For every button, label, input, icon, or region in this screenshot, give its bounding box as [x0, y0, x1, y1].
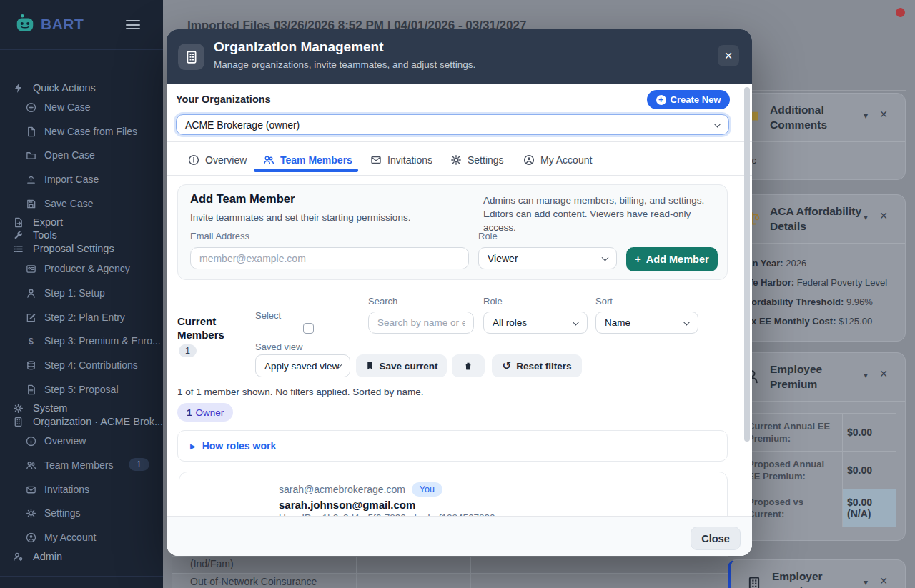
file-icon: [26, 126, 37, 137]
close-panel-icon[interactable]: ✕: [879, 575, 888, 587]
select-all-checkbox[interactable]: [303, 323, 314, 334]
close-panel-icon[interactable]: ✕: [879, 210, 888, 221]
background-plan-table: (Ind/Fam) Out-of-Network Coinsurance: [172, 556, 728, 588]
wrench-icon: [13, 229, 24, 241]
sidebar-item-admin[interactable]: Admin: [0, 549, 163, 564]
sidebar-item-import-case[interactable]: Import Case: [0, 171, 163, 187]
current-members-count-badge: 1: [179, 344, 197, 357]
export-icon: [13, 216, 24, 228]
how-roles-work-disclosure[interactable]: ▶ How roles work: [177, 430, 728, 462]
aca-field: Safe Harbor: Federal Poverty Level: [728, 273, 905, 292]
tab-team-members[interactable]: Team Members: [263, 151, 352, 169]
tab-invitations[interactable]: Invitations: [370, 151, 432, 169]
dialog-scrollbar[interactable]: [744, 86, 750, 514]
members-filter-summary: 1 of 1 member shown. No filters applied.…: [177, 387, 423, 397]
member-search-input[interactable]: [368, 312, 474, 334]
add-member-button[interactable]: + Add Member: [626, 247, 718, 271]
apply-saved-view-select[interactable]: Apply saved view: [255, 354, 350, 377]
roles-help-text: Admins can manage members, billing, and …: [483, 194, 722, 234]
save-current-button[interactable]: Save current: [356, 354, 447, 377]
plus-circle-icon: +: [656, 95, 666, 105]
member-email-input[interactable]: [190, 247, 469, 269]
table-row: Current Annual EE Premium: $0.00: [738, 414, 896, 452]
sidebar-item-save-case[interactable]: Save Case: [0, 196, 163, 211]
envelope-icon: [26, 484, 37, 495]
active-tab-indicator: [254, 169, 358, 172]
table-row-label: Out-of-Network Coinsurance: [190, 576, 317, 587]
panel-title: Employee Premium: [770, 362, 866, 392]
tab-overview[interactable]: Overview: [188, 151, 247, 169]
trash-icon: [463, 361, 473, 372]
application-window: BART Quick Actions New Case New Case fro…: [0, 0, 915, 588]
rail-divider: [728, 46, 906, 46]
tab-settings[interactable]: Settings: [450, 151, 504, 169]
sidebar-item-step-3-premium-enrollment[interactable]: Step 3: Premium & Enro...: [0, 333, 163, 349]
member-org-email: sarah@acmebrokerage.com: [279, 484, 405, 495]
lightning-icon: [13, 82, 24, 94]
collapse-panel-icon[interactable]: ▾: [864, 370, 868, 380]
sidebar-item-overview[interactable]: Overview: [0, 433, 163, 449]
plus-icon: +: [635, 254, 640, 265]
sidebar-item-open-case[interactable]: Open Case: [0, 147, 163, 163]
collapse-panel-icon[interactable]: ▾: [864, 577, 868, 587]
panel-title: Employer Premium: [772, 569, 868, 588]
edit-icon: [26, 312, 37, 323]
aca-field: Max EE Monthly Cost: $125.00: [728, 312, 905, 331]
delete-saved-view-button[interactable]: [452, 354, 485, 377]
sidebar-item-new-case-from-files[interactable]: New Case from Files: [0, 124, 163, 139]
scrollbar-thumb[interactable]: [744, 87, 750, 442]
organization-management-dialog: Organization Management Manage organizat…: [167, 29, 752, 556]
building-icon: [746, 576, 762, 588]
saved-view-label: Saved view: [255, 342, 302, 352]
sidebar-item-new-case[interactable]: New Case: [0, 99, 163, 115]
add-team-member-subtitle: Invite teammates and set their starting …: [190, 212, 410, 223]
sidebar-item-invitations[interactable]: Invitations: [0, 482, 163, 497]
close-button[interactable]: Close: [691, 527, 741, 550]
sidebar: BART Quick Actions New Case New Case fro…: [0, 0, 163, 588]
collapse-panel-icon[interactable]: ▾: [864, 212, 868, 222]
person-circle-icon: [26, 532, 37, 543]
floppy-disk-icon: [26, 198, 37, 209]
sidebar-item-step-5-proposal[interactable]: Step 5: Proposal: [0, 382, 163, 397]
folder-icon: [26, 149, 37, 161]
dialog-footer: Close: [167, 516, 752, 556]
table-row: Proposed vs Current: $0.00 (N/A): [738, 489, 896, 527]
envelope-icon: [370, 154, 382, 166]
sidebar-item-step-4-contributions[interactable]: Step 4: Contributions: [0, 357, 163, 373]
sidebar-item-my-account[interactable]: My Account: [0, 529, 163, 545]
close-panel-icon[interactable]: ✕: [879, 109, 888, 120]
table-row: Proposed Annual EE Premium: $0.00: [738, 452, 896, 489]
chevron-down-icon: [602, 254, 609, 261]
bookmark-icon: [365, 361, 375, 371]
organization-select[interactable]: ACME Brokerage (owner): [176, 114, 729, 135]
tab-my-account[interactable]: My Account: [523, 151, 592, 169]
bart-robot-logo-icon: [14, 13, 36, 34]
hamburger-menu-icon[interactable]: [126, 20, 140, 30]
close-dialog-button[interactable]: ✕: [718, 45, 739, 66]
collapse-panel-icon[interactable]: ▾: [864, 111, 868, 121]
sidebar-item-settings[interactable]: Settings: [0, 505, 163, 521]
sidebar-item-quick-actions[interactable]: Quick Actions: [0, 80, 163, 96]
sidebar-item-team-members[interactable]: Team Members1: [0, 457, 163, 473]
people-icon: [263, 154, 274, 166]
gear-icon: [13, 402, 24, 414]
id-card-icon: [26, 263, 37, 274]
sidebar-item-organization[interactable]: Organization · ACME Brok...: [0, 414, 163, 429]
gear-icon: [450, 154, 462, 166]
panel-aca-affordability: ACA Affordability Details ▾ ✕ Plan Year:…: [728, 194, 906, 342]
close-panel-icon[interactable]: ✕: [879, 368, 888, 379]
sidebar-item-proposal-settings[interactable]: Proposal Settings: [0, 241, 163, 256]
sidebar-item-step-2-plan-entry[interactable]: Step 2: Plan Entry: [0, 309, 163, 325]
sort-select[interactable]: Name: [595, 312, 698, 334]
reset-filters-button[interactable]: ↺ Reset filters: [492, 354, 582, 377]
chevron-down-icon: [573, 318, 580, 325]
role-label: Role: [478, 231, 498, 241]
role-filter-select[interactable]: All roles: [483, 312, 588, 334]
role-select[interactable]: Viewer: [478, 247, 617, 269]
sidebar-item-step-1-setup[interactable]: Step 1: Setup: [0, 285, 163, 301]
add-team-member-title: Add Team Member: [190, 192, 295, 206]
create-new-button[interactable]: + Create New: [647, 90, 730, 109]
sidebar-item-producer-agency[interactable]: Producer & Agency: [0, 261, 163, 276]
coins-icon: [26, 359, 37, 371]
aca-field: Plan Year: 2026: [728, 254, 905, 273]
